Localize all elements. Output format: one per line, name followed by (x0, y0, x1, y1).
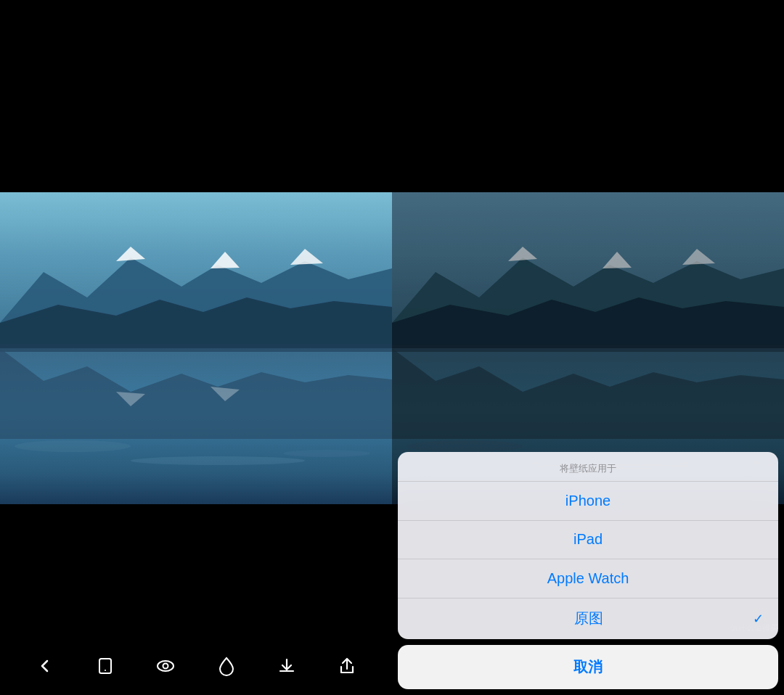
action-sheet-main: 将壁纸应用于 iPhone iPad Apple Watch 原图 ✓ (398, 452, 778, 639)
back-button[interactable] (29, 650, 61, 682)
action-sheet-cancel[interactable]: 取消 (398, 645, 778, 689)
svg-point-16 (158, 661, 173, 671)
original-label: 原图 (424, 609, 753, 628)
cancel-button[interactable]: 取消 (398, 645, 778, 689)
action-iphone[interactable]: iPhone (398, 482, 778, 520)
download-icon[interactable] (271, 650, 303, 682)
toolbar (0, 637, 392, 695)
action-sheet-overlay: 将壁纸应用于 iPhone iPad Apple Watch 原图 ✓ 取消 (392, 347, 784, 695)
left-black-top (0, 0, 392, 192)
action-ipad[interactable]: iPad (398, 520, 778, 559)
action-apple-watch[interactable]: Apple Watch (398, 559, 778, 598)
left-panel (0, 0, 392, 695)
apple-watch-label: Apple Watch (547, 570, 629, 587)
device-icon[interactable] (89, 650, 121, 682)
svg-point-11 (15, 440, 131, 452)
left-image (0, 192, 392, 504)
svg-point-12 (131, 456, 305, 465)
right-black-top (392, 0, 784, 192)
svg-point-15 (105, 670, 106, 671)
svg-rect-7 (0, 345, 392, 352)
svg-point-17 (163, 664, 168, 669)
droplet-icon[interactable] (211, 650, 242, 682)
action-original[interactable]: 原图 ✓ (398, 598, 778, 639)
svg-point-13 (283, 450, 370, 457)
share-icon[interactable] (331, 650, 363, 682)
action-sheet-title: 将壁纸应用于 (398, 452, 778, 481)
check-icon: ✓ (753, 611, 764, 627)
iphone-label: iPhone (565, 493, 611, 509)
ipad-label: iPad (573, 531, 603, 548)
right-panel: 将壁纸应用于 iPhone iPad Apple Watch 原图 ✓ 取消 (392, 0, 784, 695)
eye-icon[interactable] (150, 650, 181, 682)
